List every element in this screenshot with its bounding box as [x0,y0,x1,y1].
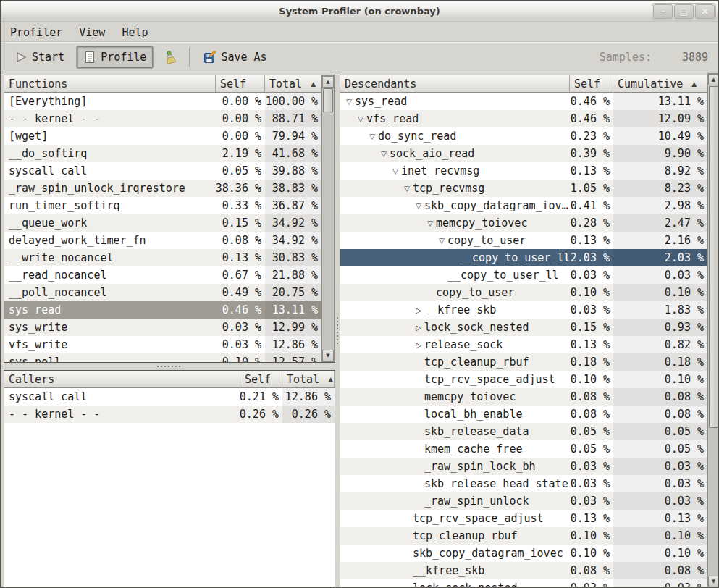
descendant-row[interactable]: _raw_spin_unlock 0.03 % 0.03 % [340,492,707,510]
scrollbar-thumb[interactable] [323,88,333,112]
descendant-row[interactable]: ▽ sys_read 0.46 % 13.11 % [340,93,707,110]
tree-expander-icon[interactable]: ▷ [413,306,424,314]
descendant-self-value: 0.28 % [570,214,613,232]
descendant-row[interactable]: ▽ vfs_read 0.46 % 12.09 % [340,110,707,127]
function-self-value: 0.00 % [216,93,265,110]
functions-scrollbar[interactable]: ▲ ▼ [321,75,335,362]
descendant-row[interactable]: tcp_cleanup_rbuf 0.18 % 0.18 % [340,353,707,371]
descendant-row[interactable]: skb_copy_datagram_iovec 0.10 % 0.10 % [340,545,707,562]
scroll-up-icon[interactable]: ▲ [322,76,334,88]
descendant-row[interactable]: ▽ inet_recvmsg 0.13 % 8.92 % [340,162,707,180]
descendant-row[interactable]: __copy_to_user_ll 0.03 % 0.03 % [340,266,707,284]
functions-self-column-header[interactable]: Self [216,75,265,93]
descendant-row[interactable]: ▽ tcp_recvmsg 1.05 % 8.23 % [340,180,707,197]
descendant-row[interactable]: __copy_to_user_ll 2.03 % 2.03 % [340,249,707,266]
callers-total-column-header[interactable]: Total ▲ [282,371,335,388]
close-button[interactable]: × [695,4,715,19]
function-row[interactable]: __write_nocancel 0.13 % 30.83 % [4,249,321,266]
maximize-button[interactable]: □ [674,4,694,19]
tree-expander-icon[interactable]: ▷ [413,324,424,332]
tree-expander-icon[interactable]: ▽ [343,98,355,106]
menu-item[interactable]: Profiler [9,25,64,40]
function-row[interactable]: delayed_work_timer_fn 0.08 % 34.92 % [4,232,321,249]
functions-header-row: Functions Self Total ▲ [4,75,321,93]
descendant-row[interactable]: ▽ memcpy_toiovec 0.28 % 2.47 % [340,214,707,232]
descendant-row[interactable]: ▷ __kfree_skb 0.03 % 1.83 % [340,301,707,319]
tree-expander-icon[interactable]: ▽ [355,115,366,123]
function-row[interactable]: syscall_call 0.05 % 39.88 % [4,162,321,180]
scrollbar-thumb[interactable] [709,86,718,428]
minimize-button[interactable]: – [653,4,673,19]
descendant-row[interactable]: tcp_rcv_space_adjust 0.10 % 0.10 % [340,371,707,388]
horizontal-splitter[interactable] [4,363,335,370]
function-row[interactable]: sys_poll 0.10 % 12.57 % [4,353,321,362]
callers-column-header[interactable]: Callers [4,371,240,388]
descendant-cumulative-value: 0.03 % [613,492,707,510]
function-row[interactable]: sys_write 0.03 % 12.99 % [4,319,321,336]
function-row[interactable]: __read_nocancel 0.67 % 21.88 % [4,266,321,284]
tree-expander-icon[interactable]: ▽ [366,133,378,140]
descendants-column-header[interactable]: Descendants [340,75,570,93]
descendant-row[interactable]: kmem_cache_free 0.05 % 0.05 % [340,440,707,458]
function-name: syscall_call [4,162,216,180]
menu-item[interactable]: View [77,25,106,40]
tree-expander-icon[interactable]: ▽ [424,219,436,227]
descendant-row[interactable]: skb_release_head_state 0.03 % 0.03 % [340,475,707,492]
descendant-row[interactable]: ▷ release_sock 0.13 % 0.82 % [340,336,707,353]
function-row[interactable]: - - kernel - - 0.00 % 88.71 % [4,110,321,127]
descendant-row[interactable]: local_bh_enable 0.08 % 0.08 % [340,406,707,423]
save-as-button[interactable]: Save As [197,46,273,68]
descendant-row[interactable]: copy_to_user 0.10 % 0.10 % [340,284,707,301]
descendants-scrollbar[interactable]: ▲ ▼ [707,73,719,588]
tree-expander-icon[interactable]: ▷ [413,341,424,349]
descendant-name: tcp_rcv_space_adjust [413,512,544,525]
function-name: [wget] [4,127,216,145]
titlebar[interactable]: System Profiler (on crownbay) – □ × [1,1,718,22]
functions-total-column-header[interactable]: Total ▲ [265,75,321,93]
tree-expander-icon[interactable]: ▽ [413,202,424,210]
descendant-row[interactable]: skb_release_data 0.05 % 0.05 % [340,423,707,440]
descendant-cumulative-value: 2.98 % [613,197,707,214]
scroll-down-icon[interactable]: ▼ [322,350,334,361]
caller-row[interactable]: syscall_call 0.21 % 12.86 % [4,388,335,406]
descendant-row[interactable]: ▽ copy_to_user 0.13 % 2.16 % [340,232,707,249]
function-row[interactable]: vfs_write 0.03 % 12.86 % [4,336,321,353]
tree-expander-icon[interactable]: ▽ [378,150,390,158]
descendant-row[interactable]: __kfree_skb 0.08 % 0.08 % [340,562,707,579]
descendant-name-cell: ▽ inet_recvmsg [340,162,570,180]
tree-expander-icon[interactable]: ▽ [390,167,401,175]
descendant-row[interactable]: tcp_rcv_space_adjust 0.13 % 0.13 % [340,510,707,527]
descendants-self-column-header[interactable]: Self [570,75,613,93]
function-row[interactable]: [wget] 0.00 % 79.94 % [4,127,321,145]
descendant-row[interactable]: ▽ do_sync_read 0.23 % 10.49 % [340,127,707,145]
caller-row[interactable]: - - kernel - - 0.26 % 0.26 % [4,406,335,423]
function-row[interactable]: [Everything] 0.00 % 100.00 % [4,93,321,110]
start-button[interactable]: Start [8,46,71,68]
menu-item[interactable]: Help [120,25,149,40]
scroll-up-icon[interactable]: ▲ [708,74,719,85]
descendant-row[interactable]: ▽ sock_aio_read 0.39 % 9.90 % [340,145,707,162]
descendant-name-cell: ▷ lock_sock_nested [340,319,570,336]
function-row[interactable]: sys_read 0.46 % 13.11 % [4,301,321,319]
descendant-row[interactable]: lock_sock_nested 0.03 % 0.03 % [340,579,707,587]
function-row[interactable]: run_timer_softirq 0.33 % 36.87 % [4,197,321,214]
reset-button[interactable] [157,46,183,68]
descendant-row[interactable]: ▷ lock_sock_nested 0.15 % 0.93 % [340,319,707,336]
function-row[interactable]: __poll_nocancel 0.49 % 20.75 % [4,284,321,301]
scroll-down-icon[interactable]: ▼ [708,576,719,587]
descendant-row[interactable]: ▽ skb_copy_datagram_iov… 0.41 % 2.98 % [340,197,707,214]
function-row[interactable]: __do_softirq 2.19 % 41.68 % [4,145,321,162]
function-total-value: 38.83 % [265,180,321,197]
function-row[interactable]: _raw_spin_unlock_irqrestore 38.36 % 38.8… [4,180,321,197]
function-row[interactable]: __queue_work 0.15 % 34.92 % [4,214,321,232]
descendants-cumulative-column-header[interactable]: Cumulative ▲ [613,75,707,93]
descendant-self-value: 0.08 % [570,562,613,579]
descendant-row[interactable]: tcp_cleanup_rbuf 0.10 % 0.10 % [340,527,707,545]
tree-expander-icon[interactable]: ▽ [436,237,447,245]
callers-self-column-header[interactable]: Self [240,371,282,388]
profile-button[interactable]: Profile [77,46,153,68]
descendant-row[interactable]: memcpy_toiovec 0.08 % 0.08 % [340,388,707,406]
functions-column-header[interactable]: Functions [4,75,216,93]
descendant-row[interactable]: _raw_spin_lock_bh 0.03 % 0.03 % [340,458,707,475]
tree-expander-icon[interactable]: ▽ [401,185,413,193]
